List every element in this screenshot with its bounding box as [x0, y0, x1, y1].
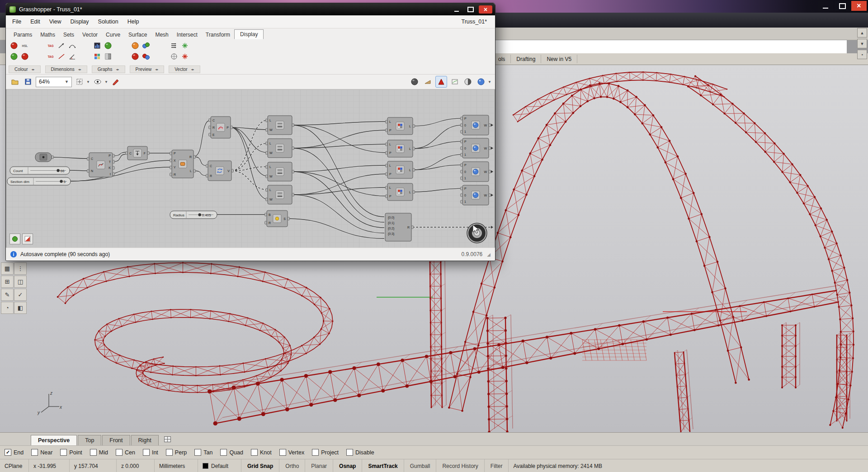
edge-up-icon[interactable]: ▲ — [857, 28, 867, 37]
board-icon[interactable] — [449, 76, 460, 87]
osnap-vertex-checkbox[interactable] — [279, 449, 286, 456]
gh-node-pipe-4[interactable]: P01W — [461, 185, 491, 205]
status-cell-z[interactable]: z 0.000 — [117, 459, 155, 472]
gh-tab-surface[interactable]: Surface — [124, 30, 151, 39]
rhino-minimize-button[interactable] — [818, 1, 833, 11]
circle-red-icon[interactable] — [9, 40, 19, 51]
status-toggle-filter[interactable]: Filter — [485, 459, 509, 472]
viewport-tab-front[interactable]: Front — [102, 435, 130, 445]
sphere-redblue-icon[interactable] — [141, 51, 151, 62]
status-toggle-ortho[interactable]: Ortho — [279, 459, 305, 472]
gh-menu-solution[interactable]: Solution — [94, 19, 123, 25]
osnap-point-checkbox[interactable] — [60, 449, 67, 456]
gh-menu-file[interactable]: File — [8, 19, 26, 25]
gh-node-sphere-comp[interactable]: BRS — [265, 210, 290, 227]
osnap-mid-checkbox[interactable] — [90, 449, 97, 456]
sphere-half-icon[interactable] — [462, 76, 473, 87]
spheres-duo-icon[interactable] — [141, 40, 151, 51]
chevron-down-icon[interactable]: ▼ — [488, 80, 491, 84]
gh-titlebar[interactable]: Grasshopper - Truss_01* × — [6, 3, 495, 15]
sphere-dark-icon[interactable] — [409, 76, 420, 87]
sidebar-grid-icon[interactable]: ▦ — [1, 262, 14, 275]
gh-tab-intersect[interactable]: Intersect — [173, 30, 202, 39]
gh-node-weave-4[interactable]: LW — [266, 185, 294, 204]
gh-node-offset[interactable]: CREP — [209, 117, 233, 138]
gh-node-rectangle[interactable]: PXYRRL — [170, 150, 196, 178]
gh-menu-edit[interactable]: Edit — [26, 19, 45, 25]
gh-tab-curve[interactable]: Curve — [102, 30, 124, 39]
line-diag-icon[interactable] — [56, 51, 67, 62]
status-toggle-smarttrack[interactable]: SmartTrack — [362, 459, 404, 472]
group-expand-icon[interactable]: ◂▸ — [155, 68, 158, 71]
rhino-tab-new-in-v5[interactable]: New in V5 — [541, 55, 577, 63]
frame-icon[interactable] — [74, 76, 85, 87]
group-expand-icon[interactable]: ◂▸ — [78, 68, 81, 71]
status-cell-x[interactable]: x -31.995 — [29, 459, 70, 472]
gh-tab-mesh[interactable]: Mesh — [151, 30, 172, 39]
circle-green-icon[interactable] — [103, 40, 113, 51]
circle-orange-icon[interactable] — [130, 40, 141, 51]
text-TAG-icon[interactable]: TAG — [45, 40, 56, 51]
sidebar-dots-icon[interactable]: ⋮ — [14, 262, 27, 275]
gh-zoom-select[interactable]: 64% ▼ — [36, 77, 72, 87]
gh-wire-display-icon[interactable] — [22, 234, 33, 244]
viewport-layout-icon[interactable] — [164, 436, 171, 444]
gh-tab-transform[interactable]: Transform — [202, 30, 234, 39]
text-HSL-icon[interactable]: HSL — [19, 40, 30, 51]
osnap-disable-checkbox[interactable] — [346, 449, 353, 456]
group-expand-icon[interactable]: ◂▸ — [31, 68, 34, 71]
chart-blue-icon[interactable] — [92, 40, 103, 51]
chevron-down-icon[interactable]: ▼ — [86, 80, 90, 84]
compass-icon[interactable] — [169, 51, 179, 62]
sphere-blue-icon[interactable] — [476, 76, 486, 87]
osnap-cen-checkbox[interactable] — [116, 449, 123, 456]
status-cell-y[interactable]: y 157.704 — [70, 459, 117, 472]
osnap-perp-checkbox[interactable] — [166, 449, 173, 456]
circle-red-icon[interactable] — [19, 51, 30, 62]
gh-minimize-button[interactable] — [451, 5, 462, 14]
gh-node-flip[interactable]: CRV — [206, 161, 234, 181]
gh-node-item-4[interactable]: LPL — [386, 183, 415, 201]
rhino-tab-drafting[interactable]: Drafting — [511, 55, 541, 63]
gh-node-item-3[interactable]: LPL — [386, 161, 415, 178]
gh-maximize-button[interactable] — [465, 5, 476, 14]
star-green-icon[interactable] — [179, 40, 190, 51]
status-toggle-grid-snap[interactable]: Grid Snap — [241, 459, 279, 472]
edge-down-icon[interactable]: ▼ — [857, 39, 867, 48]
edge-menu-icon[interactable]: ▪ — [857, 50, 867, 59]
group-expand-icon[interactable]: ◂▸ — [191, 68, 194, 71]
arrows-three-icon[interactable] — [169, 40, 179, 51]
cone-red-icon[interactable] — [435, 76, 447, 88]
gh-node-paths[interactable]: {0;0}{0;1}{0;2}{0;3}R — [385, 213, 414, 241]
osnap-near-checkbox[interactable] — [31, 449, 38, 456]
gh-slider-count[interactable]: Count66 — [10, 167, 70, 174]
gh-tab-vector[interactable]: Vector — [78, 30, 102, 39]
gh-node-weave-1[interactable]: LW — [266, 116, 294, 135]
chevron-down-icon[interactable]: ▼ — [104, 80, 108, 84]
gh-tab-sets[interactable]: Sets — [59, 30, 78, 39]
gh-node-point-param[interactable] — [35, 153, 54, 162]
status-cell-millimeters[interactable]: Millimeters — [155, 459, 198, 472]
gh-tab-params[interactable]: Params — [9, 30, 36, 39]
text-TAG-icon[interactable]: TAG — [45, 51, 56, 62]
gh-menu-view[interactable]: View — [45, 19, 66, 25]
osnap-int-checkbox[interactable] — [143, 449, 150, 456]
rhino-maximize-button[interactable] — [835, 1, 850, 11]
gh-node-pipe-2[interactable]: P01W — [461, 138, 491, 158]
rhino-command-line[interactable] — [491, 40, 847, 54]
sidebar-table-icon[interactable]: ⊞ — [1, 276, 14, 288]
gh-close-button[interactable]: × — [479, 5, 492, 14]
group-expand-icon[interactable]: ◂▸ — [116, 68, 119, 71]
sidebar-circle-icon[interactable]: ◔ — [1, 302, 14, 314]
gh-tab-maths[interactable]: Maths — [36, 30, 59, 39]
circle-red-icon[interactable] — [130, 51, 141, 62]
rhino-close-button[interactable]: × — [851, 1, 867, 11]
pencil-icon[interactable] — [110, 76, 121, 87]
status-toggle-planar[interactable]: Planar — [305, 459, 333, 472]
square-gradient-icon[interactable] — [103, 51, 113, 62]
status-toggle-osnap[interactable]: Osnap — [333, 459, 362, 472]
folder-icon[interactable] — [9, 76, 20, 87]
status-toggle-record-history[interactable]: Record History — [436, 459, 484, 472]
gh-tab-display[interactable]: Display — [234, 29, 264, 39]
gh-node-divide[interactable]: CNPTKt — [87, 153, 115, 177]
